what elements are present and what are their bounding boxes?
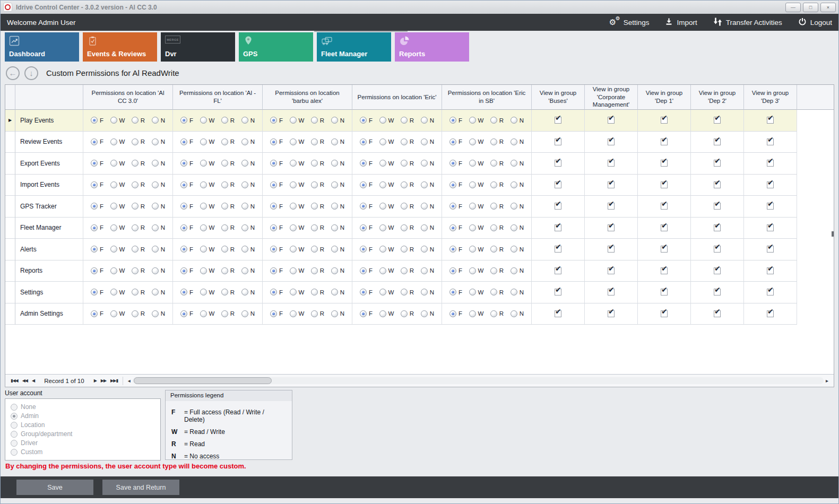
- radio-option-r[interactable]: R: [311, 310, 324, 317]
- radio-option-f[interactable]: F: [180, 224, 193, 231]
- radio-option-n[interactable]: N: [241, 246, 255, 253]
- view-checkbox[interactable]: [767, 203, 774, 210]
- view-checkbox[interactable]: [714, 246, 721, 253]
- radio-option-n[interactable]: N: [241, 203, 255, 210]
- view-checkbox[interactable]: [608, 181, 615, 188]
- view-checkbox[interactable]: [767, 310, 774, 317]
- radio-option-f[interactable]: F: [91, 310, 103, 317]
- view-checkbox[interactable]: [714, 181, 721, 188]
- radio-option-n[interactable]: N: [152, 267, 165, 274]
- radio-option-w[interactable]: W: [469, 203, 484, 210]
- view-checkbox[interactable]: [608, 310, 615, 317]
- radio-option-n[interactable]: N: [331, 160, 344, 167]
- view-checkbox[interactable]: [714, 160, 721, 167]
- transfer-activities-button[interactable]: Transfer Activities: [713, 18, 782, 28]
- radio-option-f[interactable]: F: [270, 224, 283, 231]
- column-header-location[interactable]: Permissions on location 'Eric': [352, 85, 442, 110]
- radio-option-w[interactable]: W: [469, 267, 484, 274]
- radio-option-r[interactable]: R: [132, 138, 145, 145]
- view-checkbox[interactable]: [767, 267, 774, 274]
- first-record-button[interactable]: ▮◀◀: [11, 378, 18, 383]
- view-checkbox[interactable]: [555, 246, 561, 253]
- radio-option-f[interactable]: F: [449, 181, 462, 188]
- view-checkbox[interactable]: [714, 203, 721, 210]
- save-return-button[interactable]: Save and Return: [102, 480, 179, 495]
- radio-option-n[interactable]: N: [421, 267, 434, 274]
- radio-option-f[interactable]: F: [91, 246, 103, 253]
- account-type-option[interactable]: Admin: [11, 412, 155, 420]
- radio-option-f[interactable]: F: [91, 160, 103, 167]
- radio-option-r[interactable]: R: [401, 160, 414, 167]
- radio-option-r[interactable]: R: [132, 181, 145, 188]
- logout-button[interactable]: Logout: [798, 18, 832, 28]
- column-header-location[interactable]: Permissions on location 'Eric in SB': [442, 85, 532, 110]
- tab-dvr[interactable]: MERGE Dvr: [161, 32, 235, 62]
- radio-option-n[interactable]: N: [331, 138, 344, 145]
- view-checkbox[interactable]: [608, 224, 615, 231]
- radio-option-w[interactable]: W: [290, 246, 305, 253]
- radio-option-n[interactable]: N: [152, 138, 165, 145]
- radio-option-r[interactable]: R: [490, 117, 504, 124]
- radio-option-r[interactable]: R: [490, 160, 504, 167]
- radio-option-f[interactable]: F: [91, 181, 103, 188]
- radio-option-w[interactable]: W: [110, 267, 125, 274]
- radio-option-f[interactable]: F: [449, 224, 462, 231]
- view-checkbox[interactable]: [608, 267, 615, 274]
- radio-option-f[interactable]: F: [270, 203, 283, 210]
- radio-option-w[interactable]: W: [200, 160, 215, 167]
- radio-option-n[interactable]: N: [331, 246, 344, 253]
- radio-option-w[interactable]: W: [469, 224, 484, 231]
- radio-option-f[interactable]: F: [180, 181, 193, 188]
- column-header-group[interactable]: View in group 'Dep 2': [691, 85, 744, 110]
- radio-option-n[interactable]: N: [152, 310, 165, 317]
- tab-gps[interactable]: GPS: [239, 32, 313, 62]
- radio-option-r[interactable]: R: [490, 224, 504, 231]
- radio-option-r[interactable]: R: [490, 138, 504, 145]
- view-checkbox[interactable]: [661, 224, 668, 231]
- radio-option-f[interactable]: F: [449, 267, 462, 274]
- radio-option-n[interactable]: N: [421, 224, 434, 231]
- view-checkbox[interactable]: [608, 203, 615, 210]
- radio-option-r[interactable]: R: [221, 117, 235, 124]
- radio-option-r[interactable]: R: [490, 267, 504, 274]
- view-checkbox[interactable]: [767, 138, 774, 145]
- view-checkbox[interactable]: [661, 203, 668, 210]
- radio-option-w[interactable]: W: [200, 267, 215, 274]
- radio-option-w[interactable]: W: [200, 181, 215, 188]
- collapse-down-button[interactable]: ↓: [24, 66, 38, 80]
- radio-option-w[interactable]: W: [110, 310, 125, 317]
- radio-option-f[interactable]: F: [360, 224, 373, 231]
- radio-option-r[interactable]: R: [311, 203, 324, 210]
- radio-option-n[interactable]: N: [241, 310, 255, 317]
- radio-option-w[interactable]: W: [469, 289, 484, 296]
- radio-option-w[interactable]: W: [110, 224, 125, 231]
- radio-option-w[interactable]: W: [200, 310, 215, 317]
- view-checkbox[interactable]: [555, 181, 561, 188]
- radio-option-n[interactable]: N: [241, 181, 255, 188]
- radio-option-w[interactable]: W: [290, 160, 305, 167]
- view-checkbox[interactable]: [555, 138, 561, 145]
- import-button[interactable]: Import: [665, 18, 697, 27]
- radio-option-f[interactable]: F: [449, 310, 462, 317]
- account-type-option[interactable]: Group/department: [11, 430, 155, 438]
- radio-option-r[interactable]: R: [132, 246, 145, 253]
- view-checkbox[interactable]: [767, 246, 774, 253]
- radio-option-w[interactable]: W: [110, 246, 125, 253]
- radio-option-w[interactable]: W: [379, 160, 394, 167]
- radio-option-n[interactable]: N: [421, 181, 434, 188]
- tab-events-reviews[interactable]: Events & Reviews: [83, 32, 157, 62]
- radio-option-r[interactable]: R: [221, 160, 235, 167]
- view-checkbox[interactable]: [714, 310, 721, 317]
- column-header-group[interactable]: View in group 'Dep 1': [638, 85, 691, 110]
- view-checkbox[interactable]: [608, 160, 615, 167]
- maximize-button[interactable]: □: [803, 3, 818, 12]
- radio-option-w[interactable]: W: [290, 117, 305, 124]
- view-checkbox[interactable]: [608, 246, 615, 253]
- radio-option-w[interactable]: W: [469, 117, 484, 124]
- column-header-group[interactable]: View in group 'Dep 3': [744, 85, 797, 110]
- radio-option-w[interactable]: W: [469, 246, 484, 253]
- radio-option-n[interactable]: N: [331, 117, 344, 124]
- radio-option-n[interactable]: N: [241, 117, 255, 124]
- radio-option-f[interactable]: F: [449, 160, 462, 167]
- view-checkbox[interactable]: [767, 181, 774, 188]
